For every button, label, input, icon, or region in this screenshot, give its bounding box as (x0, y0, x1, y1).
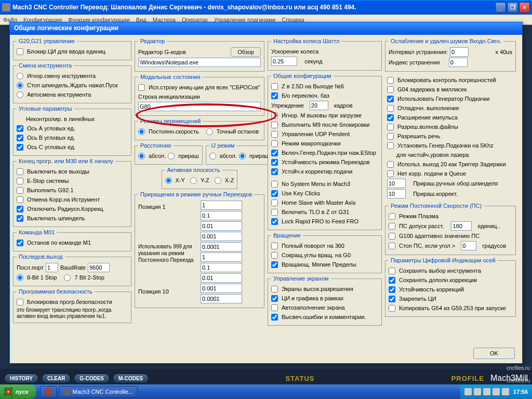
m9-checkbox[interactable] (271, 122, 278, 128)
chargepump-checkbox[interactable] (387, 96, 394, 102)
homeslave-checkbox[interactable] (271, 200, 278, 206)
noqueue-checkbox[interactable] (387, 170, 394, 177)
ignore-toolchange-radio[interactable] (17, 73, 23, 79)
tray-icon[interactable] (502, 388, 509, 395)
jog-val-input[interactable] (201, 273, 242, 283)
speech-checkbox[interactable] (387, 133, 394, 140)
lock-dro-checkbox[interactable] (17, 48, 23, 55)
spindle-inc-input[interactable] (387, 179, 406, 188)
start-button[interactable]: пуск (0, 384, 36, 399)
close-button[interactable]: × (519, 2, 530, 13)
tray-icon[interactable] (483, 388, 490, 395)
debounce-input[interactable] (450, 47, 469, 57)
axis-c-checkbox[interactable] (17, 144, 23, 151)
copy-g54-checkbox[interactable] (389, 305, 395, 312)
axis-a-checkbox[interactable] (17, 125, 23, 132)
dist-abs-radio[interactable] (138, 153, 145, 159)
jog-val-input[interactable] (201, 252, 242, 262)
baudrate-input[interactable] (88, 263, 110, 272)
clear-button[interactable]: CLEAR (42, 374, 71, 383)
maximize-button[interactable]: ❐ (507, 2, 518, 13)
jog-val-input[interactable] (201, 221, 242, 231)
gcodes-button[interactable]: G-CODES (74, 374, 110, 383)
auto-toolchange-radio[interactable] (17, 91, 23, 98)
taskbar-item[interactable]: Mach3 CNC Controlle... (59, 386, 138, 397)
m1-stop-checkbox[interactable] (17, 240, 23, 246)
lock-rapid-checkbox[interactable] (271, 218, 278, 225)
jog-val-input[interactable] (201, 284, 242, 293)
minimize-button[interactable]: _ (495, 2, 506, 13)
turnoff-outputs-checkbox[interactable] (17, 168, 23, 175)
index-debounce-input[interactable] (449, 58, 468, 67)
jog-persist-checkbox[interactable] (271, 159, 278, 166)
yz-radio[interactable] (190, 177, 197, 184)
cp-estop-checkbox[interactable] (271, 150, 278, 156)
fro-persist-checkbox[interactable] (271, 168, 278, 175)
ij-inc-radio[interactable] (239, 153, 246, 159)
estop-checkbox[interactable] (17, 178, 23, 184)
macro-checkbox[interactable] (271, 140, 278, 147)
autofill-checkbox[interactable] (271, 304, 278, 311)
cancel-toolcomp-checkbox[interactable] (17, 196, 23, 203)
tray-icon[interactable] (493, 388, 500, 395)
spindle-off-checkbox[interactable] (17, 215, 23, 222)
boxed-checkbox[interactable] (271, 295, 278, 302)
mcodes-button[interactable]: M-CODES (113, 374, 149, 383)
xz-radio[interactable] (215, 177, 221, 184)
tray-icon[interactable] (474, 388, 481, 395)
history-button[interactable]: HISTORY (4, 374, 38, 383)
axis-b-checkbox[interactable] (17, 135, 23, 141)
constant-velocity-radio[interactable] (138, 128, 145, 135)
jog-val-input[interactable] (201, 201, 242, 210)
flash-errors-checkbox[interactable] (271, 314, 278, 321)
ok-button[interactable]: OK (473, 348, 515, 359)
g92-checkbox[interactable] (17, 187, 23, 194)
7bit-radio[interactable] (64, 274, 71, 281)
hires-checkbox[interactable] (271, 286, 278, 292)
home-switch-checkbox[interactable] (271, 92, 278, 99)
stop-spindle-radio[interactable] (17, 82, 23, 89)
z25d-checkbox[interactable] (271, 83, 278, 90)
keyclicks-checkbox[interactable] (271, 190, 278, 197)
init-string-checkbox[interactable] (138, 84, 145, 91)
save-offsets-checkbox[interactable] (389, 277, 395, 284)
xy-radio[interactable] (165, 177, 172, 184)
init-string-input[interactable] (138, 102, 261, 111)
editor-path-input[interactable] (138, 58, 261, 67)
cv-dist-input[interactable] (451, 221, 472, 231)
debug-checkbox[interactable] (387, 105, 394, 112)
pulse-ext-checkbox[interactable] (387, 114, 394, 121)
softlimits-checkbox[interactable] (271, 261, 278, 268)
g04-ms-checkbox[interactable] (387, 86, 394, 93)
out20-checkbox[interactable] (387, 161, 394, 168)
rot360-checkbox[interactable] (271, 243, 278, 249)
nosysmenu-checkbox[interactable] (271, 181, 278, 188)
prog-safety-checkbox[interactable] (17, 299, 23, 305)
persist-offsets-checkbox[interactable] (389, 286, 395, 293)
jog-val-input[interactable] (201, 294, 242, 303)
cp5khz-checkbox[interactable] (387, 142, 394, 149)
jog-val-input[interactable] (201, 232, 242, 241)
cv-dist-checkbox[interactable] (389, 223, 395, 230)
jog-val-input[interactable] (201, 242, 242, 251)
udp-checkbox[interactable] (271, 131, 278, 138)
tlo-checkbox[interactable] (271, 209, 278, 216)
lock-dro-checkbox[interactable] (389, 296, 395, 302)
radius-comp-off-checkbox[interactable] (17, 206, 23, 212)
wave-checkbox[interactable] (387, 124, 394, 130)
quick-launch-item[interactable] (40, 386, 57, 397)
jog-val-input[interactable] (201, 211, 242, 220)
shuttle-accel-input[interactable] (271, 57, 297, 66)
cv-stop-checkbox[interactable] (389, 243, 395, 249)
exact-stop-radio[interactable] (206, 128, 213, 135)
plasma-checkbox[interactable] (389, 213, 395, 220)
tray-icon[interactable] (464, 388, 472, 395)
lookahead-input[interactable] (310, 101, 328, 110)
ij-abs-radio[interactable] (209, 153, 216, 159)
disable-gouge-checkbox[interactable] (387, 77, 394, 84)
cv-angle-input[interactable] (461, 241, 476, 250)
jog-val-input[interactable] (201, 263, 242, 272)
fro-inc-input[interactable] (387, 189, 406, 198)
dist-inc-radio[interactable] (168, 153, 175, 159)
g100-checkbox[interactable] (389, 233, 395, 240)
